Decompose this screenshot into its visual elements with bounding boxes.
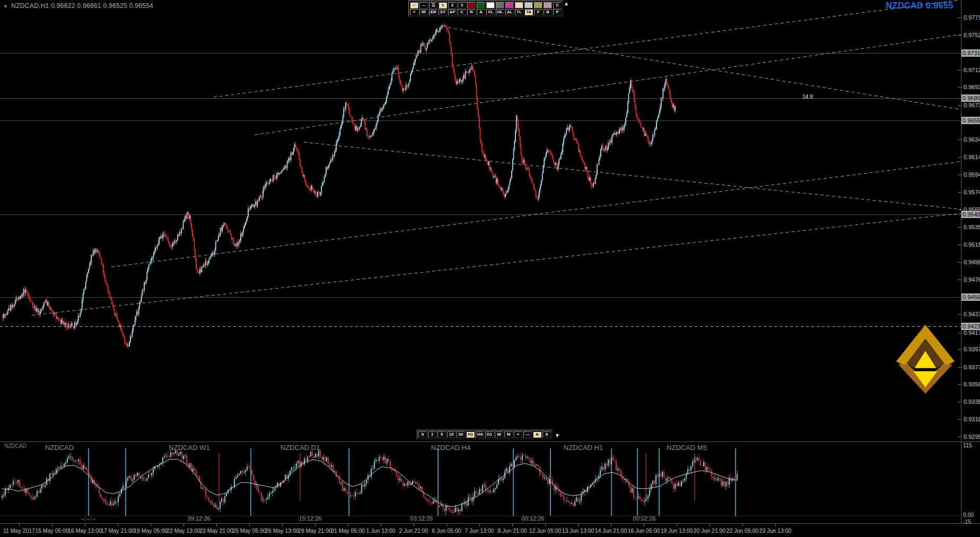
period-button-m[interactable]: M xyxy=(504,431,513,438)
period-button-h1[interactable]: H1 xyxy=(466,431,475,438)
period-button-h4[interactable]: H4 xyxy=(476,431,484,438)
price-axis-label: 0.95946 xyxy=(964,171,980,178)
price-axis-label: 0.96341 xyxy=(964,136,980,143)
date-axis-tick xyxy=(348,524,348,526)
date-axis-tick xyxy=(151,524,151,526)
price-level-tag: 0.95485 xyxy=(961,211,980,218)
period-button-1[interactable]: 1 xyxy=(428,431,436,438)
toolbar-scroll-up-icon[interactable]: ▲ xyxy=(564,1,569,6)
objects-button-[interactable]: -- xyxy=(419,2,428,8)
period-button-w[interactable]: W xyxy=(495,431,503,438)
objects-toolbar-row1: ···--☰123C xyxy=(410,2,562,8)
date-axis-label: 23 May 21:00 xyxy=(199,527,233,534)
period-button-a[interactable]: A xyxy=(533,431,541,438)
price-axis-tick xyxy=(958,402,961,402)
date-axis-tick xyxy=(479,524,480,526)
multi-timeframe-panel[interactable] xyxy=(0,441,961,523)
period-button-5[interactable]: 5 xyxy=(438,431,446,438)
candle-countdown-timer: --:--:-- xyxy=(81,515,95,522)
price-axis-tick xyxy=(958,245,961,245)
period-button-30[interactable]: 30 xyxy=(457,431,465,438)
period-button-[interactable]: + xyxy=(514,431,522,438)
objects-color-swatch[interactable] xyxy=(515,2,523,8)
mini-chart-label: NZDCAD D1 xyxy=(281,444,320,452)
date-axis-tick xyxy=(644,524,644,526)
objects-button-[interactable]: ··· xyxy=(410,2,418,8)
price-axis-label: 0.93386 xyxy=(964,399,980,405)
period-button-[interactable]: — xyxy=(523,431,532,438)
mini-chart-label: NZDCAD H4 xyxy=(431,444,470,452)
price-axis-tick xyxy=(958,175,961,175)
date-axis-tick xyxy=(545,524,546,526)
period-button-s[interactable]: S xyxy=(418,431,427,438)
date-axis-tick xyxy=(447,524,447,526)
objects-toolbar-row2: +IRERSYAPCRAVLHLALTLTAFBP xyxy=(410,9,562,15)
date-axis-tick xyxy=(742,524,743,526)
date-axis-label: 13 Jun 13:00 xyxy=(562,527,594,534)
period-button-15[interactable]: 15 xyxy=(447,431,456,438)
objects-button-[interactable]: ☰ xyxy=(429,2,438,8)
tools-button-ap[interactable]: AP xyxy=(448,9,457,15)
tools-button-r[interactable]: R xyxy=(467,9,476,15)
mini-chart-label: NZDCAD W1 xyxy=(169,444,209,452)
objects-color-swatch[interactable] xyxy=(505,2,514,8)
date-axis-label: 16 Jun 05:00 xyxy=(628,527,660,534)
date-axis-label: 7 Jun 13:00 xyxy=(465,527,494,534)
tools-button-sy[interactable]: SY xyxy=(439,9,447,15)
price-axis-label: 0.96931 xyxy=(964,84,980,90)
tools-button-a[interactable]: A xyxy=(477,9,485,15)
objects-button-3[interactable]: 3 xyxy=(458,2,466,8)
period-button-s[interactable]: S xyxy=(542,431,551,438)
objects-button-c[interactable]: C xyxy=(553,2,562,8)
date-axis-tick xyxy=(52,524,52,526)
period-button-d1[interactable]: D1 xyxy=(485,431,494,438)
date-axis-tick xyxy=(19,524,20,526)
objects-color-swatch[interactable] xyxy=(477,2,485,8)
price-axis-tick xyxy=(958,333,961,333)
tools-button-[interactable]: + xyxy=(410,9,418,15)
symbol-watermark: NZDCAD 0.9655 xyxy=(886,1,953,11)
toolbar-scroll-down-icon[interactable]: ▼ xyxy=(555,433,560,438)
tools-button-er[interactable]: ER xyxy=(429,9,438,15)
objects-color-swatch[interactable] xyxy=(496,2,504,8)
tools-button-al[interactable]: AL xyxy=(505,9,514,15)
tools-button-c[interactable]: C xyxy=(458,9,466,15)
objects-color-swatch[interactable] xyxy=(486,2,495,8)
main-chart[interactable] xyxy=(0,0,961,441)
objects-button-2[interactable]: 2 xyxy=(448,2,457,8)
price-axis-tick xyxy=(958,349,961,350)
tools-button-b[interactable]: B xyxy=(544,9,552,15)
objects-button-1[interactable]: 1 xyxy=(439,2,447,8)
tools-button-ta[interactable]: TA xyxy=(524,9,533,15)
tools-button-vl[interactable]: VL xyxy=(486,9,495,15)
tools-button-tl[interactable]: TL xyxy=(515,9,523,15)
objects-toolbar: ···--☰123C +IRERSYAPCRAVLHLALTLTAFBP xyxy=(408,1,563,17)
tools-button-hl[interactable]: HL xyxy=(496,9,504,15)
objects-color-swatch[interactable] xyxy=(524,2,533,8)
panel-scale-top: 115 xyxy=(963,442,972,448)
price-level-tag: 0.94562 xyxy=(961,293,980,301)
price-axis-label: 0.94961 xyxy=(964,259,980,265)
date-axis-tick xyxy=(677,524,677,526)
objects-color-swatch[interactable] xyxy=(534,2,542,8)
mini-chart-label: NZDCAD M5 xyxy=(667,444,707,452)
price-axis-label: 0.94761 xyxy=(964,276,980,283)
date-axis-label: 16 May 13:00 xyxy=(68,527,102,534)
price-level-tag: 0.94235 xyxy=(961,323,980,330)
tools-button-ir[interactable]: IR xyxy=(419,9,428,15)
tools-button-p[interactable]: P xyxy=(553,9,562,15)
date-axis-tick xyxy=(414,524,414,526)
date-axis-label: 31 May 05:00 xyxy=(331,527,365,534)
tools-button-f[interactable]: F xyxy=(534,9,542,15)
date-axis-label: 12 Jun 05:00 xyxy=(529,527,562,534)
objects-color-swatch[interactable] xyxy=(544,2,552,8)
date-axis-label: 2 Jun 21:00 xyxy=(399,527,428,534)
price-axis-tick xyxy=(958,70,961,71)
collapse-arrow-icon[interactable]: ▼ xyxy=(3,4,8,9)
date-axis-label: 22 Jun 05:00 xyxy=(727,527,759,534)
date-axis-tick xyxy=(578,524,579,526)
price-level-tag: 0.96554 xyxy=(961,117,980,124)
objects-color-swatch[interactable] xyxy=(467,2,476,8)
price-axis-label: 0.96731 xyxy=(964,102,980,108)
date-axis-label: 8 Jun 21:00 xyxy=(498,527,527,534)
